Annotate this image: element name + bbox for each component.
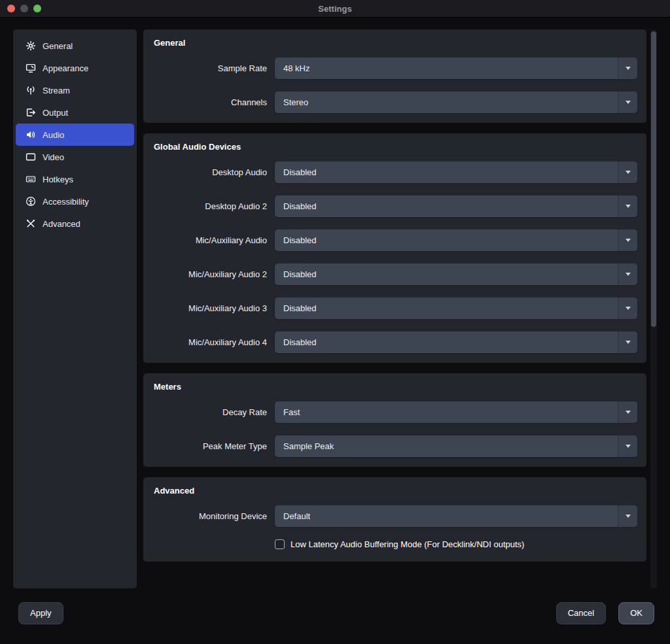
select-value: Fast bbox=[275, 407, 618, 417]
sidebar-item-accessibility[interactable]: Accessibility bbox=[16, 190, 134, 212]
sidebar-item-audio[interactable]: Audio bbox=[16, 124, 134, 146]
field-label: Decay Rate bbox=[152, 407, 267, 417]
peak-meter-type-select[interactable]: Sample Peak bbox=[275, 435, 637, 457]
mic-aux-audio-3-select[interactable]: Disabled bbox=[275, 297, 637, 319]
field-label: Monitoring Device bbox=[152, 511, 267, 521]
section-title: Global Audio Devices bbox=[154, 142, 637, 152]
section-title: Meters bbox=[154, 382, 637, 392]
stream-icon bbox=[25, 85, 36, 96]
audio-icon bbox=[25, 129, 36, 141]
desktop-audio-2-select[interactable]: Disabled bbox=[275, 195, 637, 217]
field-label: Desktop Audio 2 bbox=[152, 201, 267, 211]
settings-row: Mic/Auxiliary Audio 4 Disabled bbox=[152, 331, 637, 353]
section-title: General bbox=[154, 38, 637, 48]
settings-row: Decay Rate Fast bbox=[152, 401, 637, 423]
sidebar-item-output[interactable]: Output bbox=[16, 101, 134, 124]
sidebar-item-hotkeys[interactable]: Hotkeys bbox=[16, 168, 134, 190]
chevron-down-icon bbox=[618, 92, 637, 113]
appearance-icon bbox=[25, 63, 36, 74]
select-value: Stereo bbox=[275, 97, 618, 107]
chevron-down-icon bbox=[618, 297, 637, 319]
select-value: Disabled bbox=[275, 269, 618, 279]
footer: Apply Cancel OK bbox=[0, 588, 670, 644]
select-value: 48 kHz bbox=[275, 63, 618, 73]
field-label: Mic/Auxiliary Audio 3 bbox=[152, 303, 267, 313]
sidebar-item-appearance[interactable]: Appearance bbox=[16, 57, 134, 79]
settings-row: Channels Stereo bbox=[152, 92, 637, 113]
gear-icon bbox=[25, 41, 36, 52]
section-meters: Meters Decay Rate Fast Peak Meter Type S… bbox=[143, 373, 646, 467]
main-area: General Appearance Str bbox=[0, 18, 670, 588]
section-global-audio-devices: Global Audio Devices Desktop Audio Disab… bbox=[143, 133, 646, 363]
field-label: Mic/Auxiliary Audio 2 bbox=[152, 269, 267, 279]
select-value: Disabled bbox=[275, 167, 618, 177]
select-value: Default bbox=[275, 511, 618, 521]
checkbox-label: Low Latency Audio Buffering Mode (For De… bbox=[291, 539, 524, 549]
chevron-down-icon bbox=[618, 435, 637, 457]
section-advanced: Advanced Monitoring Device Default Low L… bbox=[143, 477, 646, 562]
settings-window: Settings General bbox=[0, 0, 670, 644]
field-label: Channels bbox=[152, 97, 267, 107]
chevron-down-icon bbox=[618, 505, 637, 527]
sample-rate-select[interactable]: 48 kHz bbox=[275, 58, 637, 79]
settings-row: Monitoring Device Default bbox=[152, 505, 637, 527]
apply-button[interactable]: Apply bbox=[18, 602, 63, 624]
sidebar-item-advanced[interactable]: Advanced bbox=[16, 212, 134, 235]
chevron-down-icon bbox=[618, 229, 637, 251]
low-latency-checkbox[interactable] bbox=[275, 539, 285, 549]
sidebar-item-label: Advanced bbox=[43, 219, 80, 229]
traffic-lights bbox=[0, 5, 41, 12]
channels-select[interactable]: Stereo bbox=[275, 92, 637, 113]
output-icon bbox=[25, 107, 36, 118]
titlebar: Settings bbox=[0, 0, 670, 18]
sidebar-item-label: General bbox=[43, 41, 73, 51]
settings-sidebar: General Appearance Str bbox=[13, 29, 137, 588]
select-value: Disabled bbox=[275, 201, 618, 211]
mic-aux-audio-4-select[interactable]: Disabled bbox=[275, 331, 637, 353]
field-label: Desktop Audio bbox=[152, 167, 267, 177]
settings-row: Desktop Audio 2 Disabled bbox=[152, 195, 637, 217]
low-latency-checkbox-row: Low Latency Audio Buffering Mode (For De… bbox=[275, 539, 637, 549]
mic-aux-audio-select[interactable]: Disabled bbox=[275, 229, 637, 251]
chevron-down-icon bbox=[618, 263, 637, 285]
chevron-down-icon bbox=[618, 58, 637, 79]
sidebar-item-label: Output bbox=[43, 108, 68, 118]
minimize-button[interactable] bbox=[20, 5, 28, 12]
desktop-audio-select[interactable]: Disabled bbox=[275, 161, 637, 183]
field-label: Sample Rate bbox=[152, 63, 267, 73]
ok-button[interactable]: OK bbox=[618, 602, 654, 624]
scrollbar[interactable] bbox=[650, 29, 657, 588]
hotkeys-icon bbox=[25, 174, 36, 185]
settings-row: Mic/Auxiliary Audio 2 Disabled bbox=[152, 263, 637, 285]
select-value: Disabled bbox=[275, 235, 618, 245]
sidebar-item-label: Video bbox=[43, 152, 64, 162]
zoom-button[interactable] bbox=[33, 5, 41, 12]
settings-content: General Sample Rate 48 kHz Channels Ster… bbox=[143, 29, 657, 588]
select-value: Sample Peak bbox=[275, 441, 618, 451]
mic-aux-audio-2-select[interactable]: Disabled bbox=[275, 263, 637, 285]
decay-rate-select[interactable]: Fast bbox=[275, 401, 637, 423]
section-general: General Sample Rate 48 kHz Channels Ster… bbox=[143, 29, 646, 123]
sidebar-item-label: Stream bbox=[43, 86, 70, 95]
settings-row: Peak Meter Type Sample Peak bbox=[152, 435, 637, 457]
field-label: Peak Meter Type bbox=[152, 441, 267, 451]
window-title: Settings bbox=[0, 4, 670, 14]
cancel-button[interactable]: Cancel bbox=[556, 602, 606, 624]
monitoring-device-select[interactable]: Default bbox=[275, 505, 637, 527]
sidebar-item-video[interactable]: Video bbox=[16, 146, 134, 168]
chevron-down-icon bbox=[618, 161, 637, 183]
settings-row: Sample Rate 48 kHz bbox=[152, 58, 637, 79]
close-button[interactable] bbox=[7, 5, 15, 12]
select-value: Disabled bbox=[275, 337, 618, 347]
settings-row: Mic/Auxiliary Audio Disabled bbox=[152, 229, 637, 251]
sidebar-item-label: Audio bbox=[43, 130, 64, 140]
sidebar-item-stream[interactable]: Stream bbox=[16, 79, 134, 101]
sidebar-item-general[interactable]: General bbox=[16, 35, 134, 57]
chevron-down-icon bbox=[618, 331, 637, 353]
section-title: Advanced bbox=[154, 486, 637, 496]
chevron-down-icon bbox=[618, 401, 637, 423]
field-label: Mic/Auxiliary Audio bbox=[152, 235, 267, 245]
scrollbar-thumb[interactable] bbox=[651, 31, 656, 327]
video-icon bbox=[25, 152, 36, 163]
chevron-down-icon bbox=[618, 195, 637, 217]
